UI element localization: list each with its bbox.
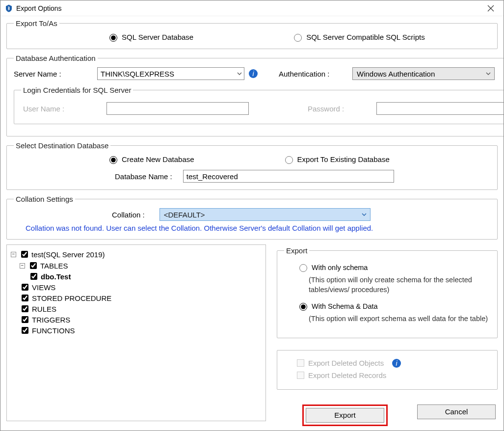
- schema-data-desc: (This option will export schema as well …: [297, 314, 490, 324]
- radio-sql-db-input[interactable]: [109, 34, 117, 42]
- content-area: Export To/As SQL Server Database SQL Ser…: [0, 16, 504, 431]
- titlebar: Export Options: [0, 0, 504, 16]
- tree-root-label: test(SQL Server 2019): [31, 250, 105, 259]
- radio-schema-only-input[interactable]: [299, 264, 307, 272]
- radio-schema-only[interactable]: With only schema: [297, 263, 368, 272]
- tree-rules-checkbox[interactable]: [22, 305, 28, 312]
- tree-triggers[interactable]: TRIGGERS: [20, 315, 70, 324]
- server-name-input[interactable]: [97, 67, 244, 80]
- tree-root[interactable]: − test(SQL Server 2019): [11, 249, 105, 259]
- radio-create-new-input[interactable]: [109, 156, 117, 164]
- app-icon: [4, 4, 13, 13]
- dbname-label: Database Name :: [115, 172, 172, 181]
- dbname-input[interactable]: [183, 170, 394, 183]
- export-button[interactable]: Export: [306, 408, 384, 423]
- window-title: Export Options: [16, 4, 482, 12]
- collapse-icon[interactable]: −: [11, 252, 16, 257]
- export-mode-group: Export With only schema (This option wil…: [277, 246, 498, 338]
- auth-select-value: Windows Authentication: [357, 70, 435, 78]
- tree-rules-label: RULES: [32, 305, 56, 313]
- tree-tables-checkbox[interactable]: [30, 262, 37, 269]
- tree-views-checkbox[interactable]: [22, 284, 28, 291]
- login-legend: Login Credentials for SQL Server: [21, 86, 133, 94]
- close-icon: [487, 5, 494, 12]
- auth-legend: Database Authentication: [14, 54, 98, 62]
- tree-views-label: VIEWS: [32, 283, 55, 292]
- tree-views[interactable]: VIEWS: [20, 282, 55, 292]
- collation-group: Collation Settings Collation : <DEFAULT>…: [6, 195, 498, 240]
- tree-functions-checkbox[interactable]: [22, 327, 28, 334]
- info-icon[interactable]: i: [392, 358, 401, 368]
- chevron-down-icon: [361, 212, 367, 217]
- tree-sp-checkbox[interactable]: [22, 295, 28, 301]
- radio-existing[interactable]: Export To Existing Database: [283, 155, 390, 164]
- schema-only-desc: (This option will only create schema for…: [297, 275, 490, 295]
- tree-functions-label: FUNCTIONS: [32, 326, 75, 335]
- radio-existing-input[interactable]: [285, 156, 293, 164]
- radio-create-new-label: Create New Database: [122, 155, 194, 163]
- export-deleted-group: Export Deleted Objects i Export Deleted …: [277, 350, 498, 390]
- cancel-button[interactable]: Cancel: [417, 404, 496, 419]
- collation-note: Collation was not found. User can select…: [14, 224, 490, 232]
- radio-create-new[interactable]: Create New Database: [107, 155, 194, 164]
- radio-schema-only-label: With only schema: [312, 264, 368, 271]
- radio-sql-scripts-input[interactable]: [294, 34, 302, 42]
- export-mode-legend: Export: [284, 246, 309, 255]
- radio-sql-scripts[interactable]: SQL Server Compatible SQL Scripts: [292, 32, 424, 42]
- collation-legend: Collation Settings: [14, 195, 75, 203]
- tree-sp-label: STORED PROCEDURE: [32, 294, 111, 302]
- export-to-group: Export To/As SQL Server Database SQL Ser…: [6, 19, 498, 49]
- collation-value: <DEFAULT>: [164, 211, 205, 219]
- export-deleted-records-label: Export Deleted Records: [308, 371, 386, 379]
- radio-existing-label: Export To Existing Database: [297, 155, 390, 163]
- auth-group: Database Authentication Server Name : i …: [6, 54, 504, 136]
- auth-select[interactable]: Windows Authentication: [352, 67, 495, 80]
- export-deleted-objects-label: Export Deleted Objects: [308, 359, 384, 367]
- collation-label: Collation :: [112, 211, 145, 219]
- auth-label: Authentication :: [279, 70, 347, 78]
- tree-triggers-checkbox[interactable]: [22, 316, 28, 323]
- export-deleted-records-checkbox: [297, 372, 304, 379]
- radio-schema-data-input[interactable]: [299, 303, 307, 311]
- info-icon[interactable]: i: [248, 69, 258, 79]
- server-name-label: Server Name :: [14, 70, 92, 78]
- export-button-highlight: Export: [302, 404, 388, 426]
- radio-schema-data[interactable]: With Schema & Data: [297, 301, 378, 311]
- radio-schema-data-label: With Schema & Data: [312, 302, 378, 310]
- object-tree[interactable]: − test(SQL Server 2019) − TABLES: [6, 244, 266, 421]
- export-deleted-objects-checkbox: [297, 359, 304, 367]
- destination-group: Select Destination Database Create New D…: [6, 141, 498, 190]
- collation-select[interactable]: <DEFAULT>: [159, 208, 371, 221]
- destination-legend: Select Destination Database: [14, 141, 110, 150]
- tree-table-label: dbo.Test: [41, 272, 71, 281]
- tree-tables[interactable]: − TABLES: [20, 261, 68, 270]
- password-input: [376, 102, 504, 115]
- close-button[interactable]: [482, 1, 500, 15]
- tree-table-checkbox[interactable]: [30, 273, 37, 280]
- server-name-combo[interactable]: [97, 67, 244, 80]
- radio-sql-scripts-label: SQL Server Compatible SQL Scripts: [306, 33, 424, 41]
- tree-table-item[interactable]: dbo.Test: [28, 271, 71, 281]
- tree-triggers-label: TRIGGERS: [32, 316, 70, 324]
- collapse-icon[interactable]: −: [20, 263, 25, 269]
- chevron-down-icon: [485, 71, 491, 77]
- tree-functions[interactable]: FUNCTIONS: [20, 325, 75, 335]
- username-label: User Name :: [23, 105, 97, 113]
- export-options-window: Export Options Export To/As SQL Server D…: [0, 0, 504, 431]
- username-input: [106, 102, 249, 115]
- tree-rules[interactable]: RULES: [20, 304, 56, 314]
- tree-sp[interactable]: STORED PROCEDURE: [20, 293, 111, 303]
- radio-sql-db-label: SQL Server Database: [122, 33, 193, 41]
- login-group: Login Credentials for SQL Server User Na…: [14, 86, 504, 124]
- tree-root-checkbox[interactable]: [21, 251, 28, 258]
- tree-tables-label: TABLES: [40, 262, 68, 270]
- radio-sql-db[interactable]: SQL Server Database: [107, 32, 193, 42]
- export-to-legend: Export To/As: [14, 19, 59, 27]
- password-label: Password :: [308, 105, 367, 113]
